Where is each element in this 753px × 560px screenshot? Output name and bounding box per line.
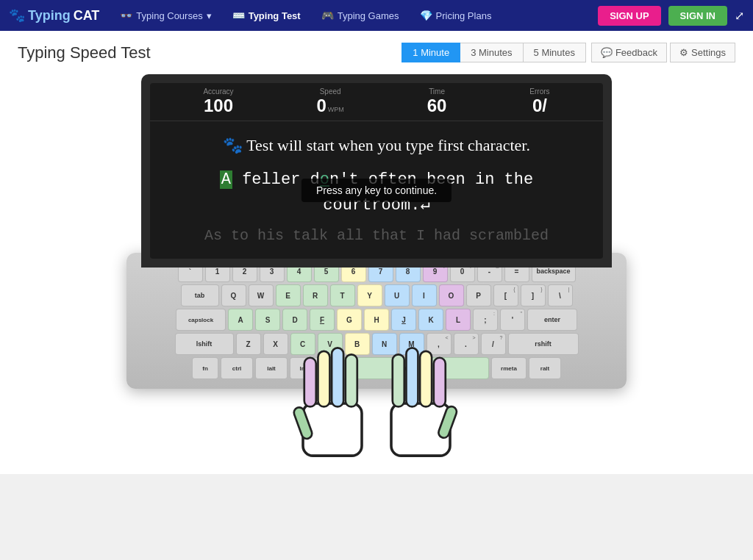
keyboard-section: ~` !1 @2 #3 $4 %5 ^6 &7 *8 (9 )0 _- += b… <box>126 253 627 462</box>
key-h[interactable]: H <box>364 309 389 331</box>
key-row-asdf: capslock A S D F G H J K L :; "' enter <box>137 309 616 331</box>
key-l[interactable]: L <box>446 309 471 331</box>
logo[interactable]: 🐾TypingCAT <box>9 7 99 24</box>
key-p[interactable]: P <box>466 284 491 306</box>
paw-icon: 🐾 <box>223 136 243 154</box>
key-rmeta[interactable]: rmeta <box>491 357 527 379</box>
nav-typing-games[interactable]: 🎮 Typing Games <box>313 0 408 31</box>
feedback-icon: 💬 <box>601 47 613 58</box>
key-ralt[interactable]: ralt <box>529 357 561 379</box>
page-content: Typing Speed Test 1 Minute 3 Minutes 5 M… <box>0 31 753 474</box>
key-rshift[interactable]: rshift <box>508 333 579 355</box>
typed-char: A <box>220 170 232 189</box>
key-tab[interactable]: tab <box>181 284 219 306</box>
svg-rect-10 <box>434 358 446 407</box>
key-fn[interactable]: fn <box>192 357 218 379</box>
tab-group: 1 Minute 3 Minutes 5 Minutes 💬 Feedback … <box>402 43 735 62</box>
expand-icon[interactable]: ⤢ <box>735 9 744 23</box>
key-x[interactable]: X <box>263 333 288 355</box>
key-k[interactable]: K <box>418 309 443 331</box>
key-o[interactable]: O <box>439 284 464 306</box>
tab-1-minute[interactable]: 1 Minute <box>402 43 460 62</box>
dropdown-arrow-icon: ▾ <box>207 10 212 21</box>
typing-games-icon: 🎮 <box>321 10 334 21</box>
key-rbracket[interactable]: }] <box>521 284 546 306</box>
key-ctrl[interactable]: ctrl <box>221 357 253 379</box>
page-title: Typing Speed Test <box>18 43 151 62</box>
key-s[interactable]: S <box>255 309 280 331</box>
overlay-message: Press any key to continue. <box>301 179 452 202</box>
feedback-button[interactable]: 💬 Feedback <box>591 43 667 62</box>
logo-icon: 🐾 <box>9 7 25 24</box>
svg-rect-8 <box>406 348 418 407</box>
key-quote[interactable]: "' <box>500 309 525 331</box>
key-lbracket[interactable]: {[ <box>493 284 518 306</box>
navbar: 🐾TypingCAT 👓 Typing Courses ▾ ⌨️ Typing … <box>0 0 753 31</box>
left-hand <box>292 345 373 462</box>
stat-errors: Errors 0/ <box>529 87 549 116</box>
key-semicolon[interactable]: :; <box>473 309 498 331</box>
typing-test-icon: ⌨️ <box>232 10 245 21</box>
svg-rect-7 <box>393 355 404 407</box>
laptop-wrapper: Accuracy 100 Speed 0 WPM Time <box>18 74 735 462</box>
key-lshift[interactable]: lshift <box>175 333 234 355</box>
key-g[interactable]: G <box>337 309 362 331</box>
nav-typing-courses[interactable]: 👓 Typing Courses ▾ <box>111 0 220 31</box>
key-lalt[interactable]: lalt <box>255 357 288 379</box>
key-f[interactable]: F <box>310 309 335 331</box>
right-hand <box>380 345 461 462</box>
stats-bar: Accuracy 100 Speed 0 WPM Time <box>150 83 603 121</box>
svg-rect-1 <box>304 358 316 407</box>
nav-typing-courses-label: Typing Courses <box>136 10 202 21</box>
hands-container <box>292 345 461 462</box>
key-t[interactable]: T <box>330 284 355 306</box>
screen-inner: Accuracy 100 Speed 0 WPM Time <box>150 83 603 259</box>
key-slash[interactable]: ?/ <box>481 333 506 355</box>
logo-cat: CAT <box>74 8 100 24</box>
signin-button[interactable]: SIGN IN <box>668 6 727 26</box>
tab-3-minutes[interactable]: 3 Minutes <box>460 43 523 62</box>
start-message: 🐾 Test will start when you type first ch… <box>223 136 530 155</box>
nav-pricing-plans[interactable]: 💎 Pricing Plans <box>411 0 501 31</box>
settings-button[interactable]: ⚙ Settings <box>670 43 735 62</box>
nav-typing-test-label: Typing Test <box>249 10 301 21</box>
svg-rect-2 <box>318 351 329 407</box>
key-backslash[interactable]: |\ <box>548 284 573 306</box>
key-a[interactable]: A <box>228 309 253 331</box>
key-e[interactable]: E <box>276 284 301 306</box>
key-q[interactable]: Q <box>221 284 246 306</box>
tab-5-minutes[interactable]: 5 Minutes <box>523 43 586 62</box>
settings-label: Settings <box>691 47 726 58</box>
svg-rect-4 <box>346 355 357 407</box>
nav-pricing-plans-label: Pricing Plans <box>436 10 492 21</box>
key-y[interactable]: Y <box>357 284 382 306</box>
key-u[interactable]: U <box>385 284 410 306</box>
typing-area[interactable]: 🐾 Test will start when you type first ch… <box>150 121 603 259</box>
key-capslock[interactable]: capslock <box>176 309 226 331</box>
page-header: Typing Speed Test 1 Minute 3 Minutes 5 M… <box>18 43 735 62</box>
next-line-text: As to his talk all that I had scrambled <box>204 227 549 244</box>
key-d[interactable]: D <box>282 309 307 331</box>
pricing-plans-icon: 💎 <box>420 10 432 21</box>
typing-courses-icon: 👓 <box>120 10 132 21</box>
key-w[interactable]: W <box>249 284 274 306</box>
signup-button[interactable]: SIGN UP <box>598 6 660 26</box>
key-row-qwerty: tab Q W E R T Y U I O P {[ }] |\ <box>137 284 616 306</box>
key-r[interactable]: R <box>303 284 328 306</box>
key-j[interactable]: J <box>391 309 416 331</box>
svg-rect-3 <box>332 348 343 407</box>
nav-typing-test[interactable]: ⌨️ Typing Test <box>224 0 310 31</box>
stat-accuracy: Accuracy 100 <box>203 87 233 116</box>
key-i[interactable]: I <box>412 284 437 306</box>
screen[interactable]: Accuracy 100 Speed 0 WPM Time <box>141 74 612 268</box>
svg-rect-9 <box>420 351 432 407</box>
stat-time: Time 60 <box>427 87 447 116</box>
nav-typing-games-label: Typing Games <box>338 10 399 21</box>
settings-icon: ⚙ <box>679 47 688 58</box>
logo-typing: Typing <box>28 8 71 24</box>
key-z[interactable]: Z <box>236 333 261 355</box>
feedback-label: Feedback <box>615 47 657 58</box>
stat-speed: Speed 0 WPM <box>316 87 343 116</box>
key-enter[interactable]: enter <box>527 309 577 331</box>
